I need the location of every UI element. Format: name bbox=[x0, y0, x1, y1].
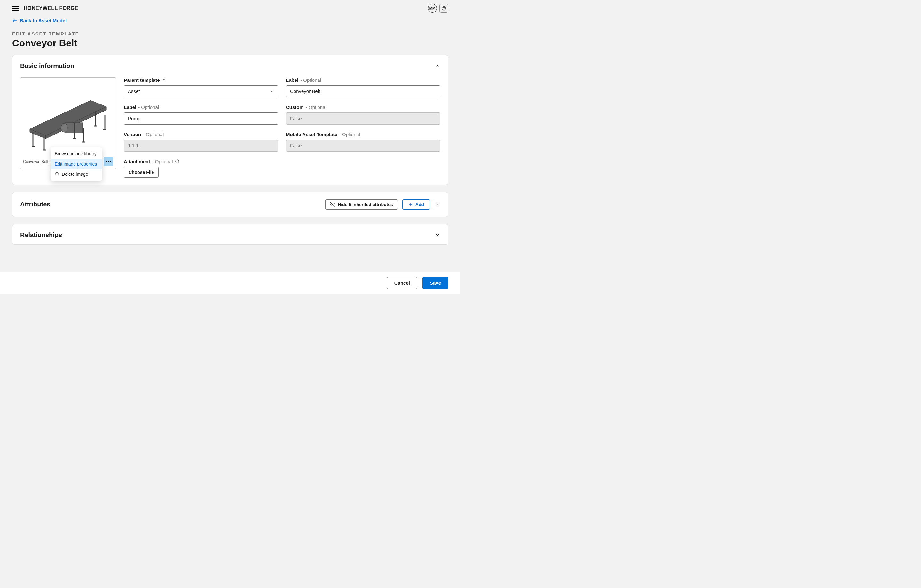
add-attribute-button[interactable]: Add bbox=[402, 200, 430, 210]
chevron-down-icon bbox=[434, 232, 440, 238]
menu-browse-image-library[interactable]: Browse image library bbox=[51, 149, 102, 159]
choose-file-button[interactable]: Choose File bbox=[124, 167, 159, 178]
help-button[interactable] bbox=[439, 4, 448, 13]
trash-icon bbox=[55, 172, 59, 176]
mobile-input: False bbox=[286, 140, 440, 152]
required-indicator: * bbox=[163, 77, 165, 83]
hamburger-menu-button[interactable] bbox=[12, 6, 18, 11]
image-more-button[interactable] bbox=[104, 157, 113, 166]
help-icon bbox=[442, 6, 446, 11]
menu-edit-image-properties[interactable]: Edit image properties bbox=[51, 159, 102, 169]
chevron-up-icon bbox=[434, 63, 440, 69]
eye-off-icon bbox=[330, 202, 335, 207]
label-right-label: Label bbox=[286, 77, 298, 83]
info-icon bbox=[175, 159, 179, 164]
version-input: 1.1.1 bbox=[124, 140, 278, 152]
page-eyebrow: EDIT ASSET TEMPLATE bbox=[12, 31, 448, 36]
label-left-hint: - Optional bbox=[138, 104, 159, 110]
basic-info-title: Basic information bbox=[20, 62, 74, 70]
action-bar: Cancel Save bbox=[0, 272, 460, 294]
collapse-toggle[interactable] bbox=[434, 63, 440, 69]
attributes-header: Attributes Hide 5 inherited attributes A… bbox=[20, 200, 440, 210]
field-custom: Custom - Optional False bbox=[286, 104, 440, 125]
field-mobile: Mobile Asset Template - Optional False bbox=[286, 132, 440, 152]
topbar-left: HONEYWELL FORGE bbox=[12, 5, 78, 11]
attributes-actions: Hide 5 inherited attributes Add bbox=[325, 200, 440, 210]
menu-delete-image[interactable]: Delete image bbox=[51, 169, 102, 179]
topbar-right: MM bbox=[428, 4, 448, 13]
version-hint: - Optional bbox=[143, 132, 164, 137]
field-label-right: Label - Optional Conveyor Belt bbox=[286, 77, 440, 97]
field-version: Version - Optional 1.1.1 bbox=[124, 132, 278, 152]
custom-hint: - Optional bbox=[306, 104, 327, 110]
label-left-input[interactable]: Pump bbox=[124, 112, 278, 125]
basic-info-card: Basic information bbox=[12, 55, 448, 185]
relationships-header: Relationships bbox=[20, 231, 440, 239]
version-label: Version bbox=[124, 132, 141, 137]
label-left-label: Label bbox=[124, 104, 136, 110]
back-row: Back to Asset Model bbox=[0, 16, 460, 28]
form-col-left: Parent template * Asset Label - Optional… bbox=[124, 77, 278, 178]
chevron-down-icon bbox=[270, 89, 274, 94]
back-link-label: Back to Asset Model bbox=[20, 18, 67, 23]
relationships-collapse-toggle[interactable] bbox=[434, 232, 440, 238]
brand-logo: HONEYWELL FORGE bbox=[24, 5, 78, 11]
form-col-right: Label - Optional Conveyor Belt Custom - … bbox=[286, 77, 440, 152]
label-right-input[interactable]: Conveyor Belt bbox=[286, 85, 440, 97]
custom-input: False bbox=[286, 112, 440, 125]
svg-point-7 bbox=[61, 123, 67, 132]
relationships-card: Relationships bbox=[12, 224, 448, 245]
arrow-left-icon bbox=[12, 18, 17, 23]
hide-inherited-button[interactable]: Hide 5 inherited attributes bbox=[325, 200, 398, 210]
basic-info-header: Basic information bbox=[20, 62, 440, 70]
attributes-collapse-toggle[interactable] bbox=[434, 201, 440, 207]
parent-template-select[interactable]: Asset bbox=[124, 85, 278, 97]
relationships-title: Relationships bbox=[20, 231, 62, 239]
mobile-label: Mobile Asset Template bbox=[286, 132, 337, 137]
image-more-menu: Browse image library Edit image properti… bbox=[51, 147, 102, 180]
back-link[interactable]: Back to Asset Model bbox=[12, 18, 67, 23]
user-avatar[interactable]: MM bbox=[428, 4, 437, 13]
topbar: HONEYWELL FORGE MM bbox=[0, 0, 460, 16]
plus-icon bbox=[408, 202, 413, 207]
page-titles: EDIT ASSET TEMPLATE Conveyor Belt bbox=[0, 28, 460, 55]
parent-template-label: Parent template bbox=[124, 77, 160, 83]
cancel-button[interactable]: Cancel bbox=[387, 277, 417, 289]
attachment-label: Attachment bbox=[124, 159, 150, 164]
label-right-hint: - Optional bbox=[300, 77, 321, 83]
conveyor-belt-illustration bbox=[23, 80, 113, 156]
attributes-title: Attributes bbox=[20, 201, 50, 208]
field-parent-template: Parent template * Asset bbox=[124, 77, 278, 97]
attachment-hint: - Optional bbox=[152, 159, 173, 164]
field-attachment: Attachment - Optional Choose File bbox=[124, 159, 278, 178]
attributes-card: Attributes Hide 5 inherited attributes A… bbox=[12, 192, 448, 217]
mobile-hint: - Optional bbox=[339, 132, 360, 137]
save-button[interactable]: Save bbox=[423, 277, 448, 289]
page-title: Conveyor Belt bbox=[12, 38, 448, 49]
field-label-left: Label - Optional Pump bbox=[124, 104, 278, 125]
custom-label: Custom bbox=[286, 104, 304, 110]
chevron-up-icon bbox=[434, 201, 440, 207]
